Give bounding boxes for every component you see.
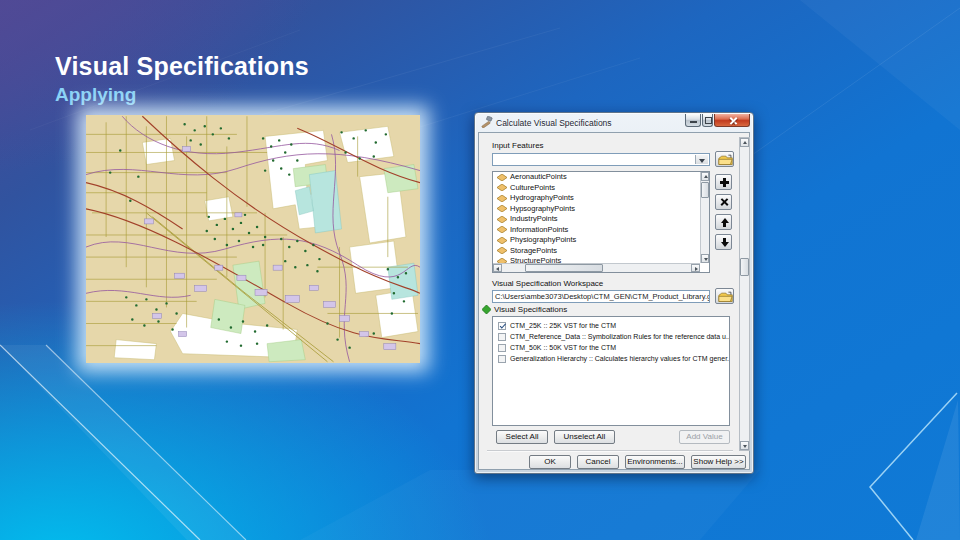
feature-class-item[interactable]: HydrographyPoints bbox=[493, 193, 700, 204]
close-icon bbox=[729, 116, 738, 125]
cancel-button[interactable]: Cancel bbox=[577, 455, 619, 469]
slide-title: Visual Specifications bbox=[55, 52, 309, 81]
separator bbox=[487, 450, 733, 452]
layer-diamond-icon bbox=[497, 226, 507, 233]
ok-button[interactable]: OK bbox=[529, 455, 571, 469]
list-scroll-right[interactable] bbox=[691, 264, 700, 272]
feature-class-name: CulturePoints bbox=[510, 183, 555, 194]
visual-spec-label: CTM_Reference_Data :: Symbolization Rule… bbox=[510, 333, 729, 340]
workspace-label: Visual Specification Workspace bbox=[492, 279, 603, 288]
remove-features-button[interactable] bbox=[715, 194, 732, 210]
add-value-button[interactable]: Add Value bbox=[679, 430, 730, 444]
visual-spec-label: Generalization Hierarchy :: Calculates h… bbox=[510, 355, 729, 362]
scrollbar-thumb[interactable] bbox=[740, 258, 749, 276]
list-horizontal-scrollbar[interactable] bbox=[493, 263, 700, 272]
feature-class-item[interactable]: IndustryPoints bbox=[493, 214, 700, 225]
map-image bbox=[86, 115, 420, 363]
add-features-button[interactable] bbox=[715, 174, 732, 190]
visual-spec-checkbox[interactable] bbox=[498, 355, 506, 363]
feature-class-name: PhysiographyPoints bbox=[510, 235, 576, 246]
input-features-combo[interactable] bbox=[492, 153, 710, 166]
move-up-button[interactable] bbox=[715, 214, 732, 230]
close-button[interactable] bbox=[714, 114, 750, 127]
input-features-browse-button[interactable] bbox=[715, 151, 734, 167]
layer-diamond-icon bbox=[497, 195, 507, 202]
visual-specs-list: CTM_25K :: 25K VST for the CTM CTM_Refer… bbox=[492, 316, 730, 426]
visual-spec-label: CTM_25K :: 25K VST for the CTM bbox=[510, 322, 616, 329]
input-features-list: AeronauticPoints CulturePoints Hydrograp… bbox=[492, 171, 710, 273]
maximize-icon bbox=[705, 117, 712, 124]
feature-class-name: StructurePoints bbox=[510, 256, 561, 263]
geoprocessing-tool-icon bbox=[481, 116, 493, 128]
layer-diamond-icon bbox=[497, 184, 507, 191]
show-help-button[interactable]: Show Help >> bbox=[691, 455, 746, 469]
dialog-body: Input Features bbox=[478, 132, 750, 470]
unselect-all-button[interactable]: Unselect All bbox=[554, 430, 615, 444]
calculate-visual-specifications-dialog: Calculate Visual Specifications Input Fe… bbox=[474, 112, 754, 474]
list-vertical-scrollbar[interactable] bbox=[700, 172, 709, 263]
workspace-path-value: C:\Users\ambe3073\Desktop\CTM_GEN\CTM_Pr… bbox=[495, 292, 710, 301]
maximize-button[interactable] bbox=[702, 114, 713, 127]
feature-class-name: InformationPoints bbox=[510, 225, 568, 236]
feature-class-item[interactable]: StoragePoints bbox=[493, 246, 700, 257]
arrow-up-icon bbox=[721, 218, 729, 227]
feature-class-item[interactable]: StructurePoints bbox=[493, 256, 700, 263]
input-features-label: Input Features bbox=[492, 141, 544, 150]
layer-diamond-icon bbox=[497, 216, 507, 223]
scroll-down-arrow[interactable] bbox=[740, 441, 749, 450]
topographic-map bbox=[86, 115, 420, 363]
list-scrollbar-thumb[interactable] bbox=[701, 182, 709, 198]
feature-class-item[interactable]: AeronauticPoints bbox=[493, 172, 700, 183]
required-parameter-icon bbox=[482, 305, 491, 314]
feature-class-name: StoragePoints bbox=[510, 246, 557, 257]
select-all-button[interactable]: Select All bbox=[496, 430, 548, 444]
dialog-titlebar[interactable]: Calculate Visual Specifications bbox=[475, 113, 753, 132]
folder-icon bbox=[718, 154, 733, 166]
feature-class-item[interactable]: InformationPoints bbox=[493, 225, 700, 236]
visual-spec-label: CTM_50K :: 50K VST for the CTM bbox=[510, 344, 616, 351]
layer-diamond-icon bbox=[497, 174, 507, 181]
scroll-up-arrow[interactable] bbox=[740, 138, 749, 147]
remove-icon bbox=[720, 198, 729, 207]
visual-spec-checkbox[interactable] bbox=[498, 333, 506, 341]
folder-icon bbox=[718, 291, 733, 303]
feature-class-item[interactable]: HypsographyPoints bbox=[493, 204, 700, 215]
feature-class-name: HypsographyPoints bbox=[510, 204, 575, 215]
visual-spec-item[interactable]: CTM_25K :: 25K VST for the CTM bbox=[493, 320, 729, 331]
feature-class-name: HydrographyPoints bbox=[510, 193, 574, 204]
plus-icon bbox=[720, 178, 729, 187]
visual-spec-checkbox[interactable] bbox=[498, 322, 506, 330]
visual-spec-item[interactable]: CTM_50K :: 50K VST for the CTM bbox=[493, 342, 729, 353]
feature-class-name: IndustryPoints bbox=[510, 214, 558, 225]
slide-subtitle: Applying bbox=[55, 84, 136, 106]
layer-diamond-icon bbox=[497, 247, 507, 254]
arrow-down-icon bbox=[721, 238, 729, 247]
list-scroll-left[interactable] bbox=[493, 264, 502, 272]
visual-spec-checkbox[interactable] bbox=[498, 344, 506, 352]
visual-spec-item[interactable]: CTM_Reference_Data :: Symbolization Rule… bbox=[493, 331, 729, 342]
feature-class-item[interactable]: PhysiographyPoints bbox=[493, 235, 700, 246]
feature-class-name: AeronauticPoints bbox=[510, 172, 567, 183]
list-scroll-up[interactable] bbox=[701, 172, 709, 181]
layer-diamond-icon bbox=[497, 205, 507, 212]
dialog-title: Calculate Visual Specifications bbox=[496, 118, 612, 128]
dialog-scrollbar[interactable] bbox=[739, 137, 750, 451]
feature-class-rows: AeronauticPoints CulturePoints Hydrograp… bbox=[493, 172, 700, 263]
presentation-slide: Visual Specifications Applying bbox=[0, 0, 960, 540]
visual-specs-label: Visual Specifications bbox=[494, 305, 567, 314]
move-down-button[interactable] bbox=[715, 234, 732, 250]
minimize-button[interactable] bbox=[685, 114, 701, 127]
list-scroll-down[interactable] bbox=[701, 254, 709, 263]
layer-diamond-icon bbox=[497, 237, 507, 244]
list-hscroll-thumb[interactable] bbox=[525, 264, 603, 272]
environments-button[interactable]: Environments... bbox=[625, 455, 685, 469]
workspace-browse-button[interactable] bbox=[715, 288, 734, 304]
workspace-path-input[interactable]: C:\Users\ambe3073\Desktop\CTM_GEN\CTM_Pr… bbox=[492, 290, 710, 303]
minimize-icon bbox=[690, 121, 697, 123]
combo-dropdown-icon[interactable] bbox=[695, 155, 708, 164]
visual-spec-item[interactable]: Generalization Hierarchy :: Calculates h… bbox=[493, 353, 729, 364]
feature-class-item[interactable]: CulturePoints bbox=[493, 183, 700, 194]
